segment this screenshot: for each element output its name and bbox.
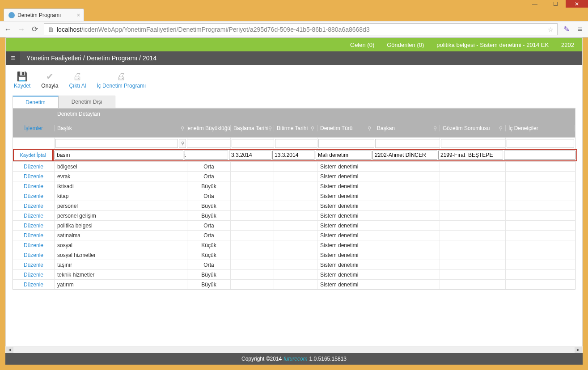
menu-icon[interactable]: ≡ <box>575 25 584 34</box>
cell-leader <box>374 181 440 191</box>
funnel-icon[interactable]: ⚲ <box>433 126 437 131</box>
edit-size-input[interactable] <box>185 151 228 160</box>
edit-link[interactable]: Düzenle <box>13 250 55 260</box>
cell-size: Orta <box>187 260 231 269</box>
cell-super <box>440 250 506 260</box>
cell-title: taşınır <box>55 260 187 269</box>
cell-title: kitap <box>55 191 187 201</box>
approve-button[interactable]: ✔ Onayla <box>41 71 58 89</box>
edit-link[interactable]: Düzenle <box>13 221 55 230</box>
tab-close-icon[interactable]: × <box>77 12 80 18</box>
cell-type: Sistem denetimi <box>317 162 374 171</box>
edit-link[interactable]: Düzenle <box>13 191 55 201</box>
edit-link[interactable]: Düzenle <box>13 211 55 220</box>
minimize-button[interactable]: — <box>525 0 545 8</box>
cell-size: Büyük <box>187 280 231 289</box>
edit-link[interactable]: Düzenle <box>13 181 55 191</box>
grid-edit-row: ▾ ▾ ▾ ▾ ▾ ▾ <box>53 149 577 161</box>
edit-start-input[interactable] <box>229 151 271 160</box>
filter-title-funnel[interactable]: ⚲ <box>179 139 186 148</box>
filter-intaud-input[interactable] <box>507 139 574 148</box>
cell-super <box>440 211 506 220</box>
edit-cancel-link[interactable]: İptal <box>37 152 46 158</box>
edit-link[interactable]: Düzenle <box>13 260 55 269</box>
tab-out-of-audit[interactable]: Denetim Dışı <box>59 96 115 108</box>
bookmark-icon[interactable]: ☆ <box>548 26 554 33</box>
edit-link[interactable]: Düzenle <box>13 231 55 240</box>
filter-end-input[interactable] <box>275 139 317 148</box>
cell-leader <box>374 280 440 289</box>
hdr-start[interactable]: Başlama Tarihi⚲ <box>231 125 274 131</box>
edit-save-link[interactable]: Kaydet <box>20 152 35 158</box>
filter-start-input[interactable] <box>232 139 274 148</box>
edit-type-input[interactable] <box>316 151 372 160</box>
hdr-type[interactable]: Denetim Türü⚲ <box>317 125 374 131</box>
filter-size-input[interactable] <box>187 139 231 148</box>
hdr-intaud[interactable]: İç Denetçiler <box>506 125 575 131</box>
hdr-size[interactable]: Denetim Büyüklüğü⚲ <box>187 125 231 131</box>
cell-super <box>440 221 506 230</box>
sent-link[interactable]: Gönderilen (0) <box>387 42 424 48</box>
filter-leader-input[interactable] <box>375 139 440 148</box>
cell-size: Büyük <box>187 270 231 279</box>
hdr-super[interactable]: Gözetim Sorumlusu⚲ <box>440 125 506 131</box>
browser-tab-title: Denetim Programı <box>17 12 61 18</box>
edit-title-input[interactable] <box>55 151 183 160</box>
cell-end <box>274 162 317 171</box>
maximize-button[interactable]: ☐ <box>545 0 566 8</box>
url-input[interactable]: 🗎 localhost/icdenWebApp/YonetimFaaliyetl… <box>44 23 558 35</box>
table-row: DüzenletaşınırOrtaSistem denetimi <box>13 260 575 269</box>
cell-leader <box>374 162 440 171</box>
cell-intaud <box>506 221 575 230</box>
grid-edit-row-wrap: Kaydet İptal ▾ ▾ ▾ ▾ ▾ ▾ <box>13 149 575 161</box>
funnel-icon[interactable]: ⚲ <box>499 126 503 131</box>
cell-super <box>440 162 506 171</box>
browser-tab[interactable]: Denetim Programı × <box>4 8 84 21</box>
cell-title: iktisadi <box>55 181 187 191</box>
funnel-icon[interactable]: ⚲ <box>268 126 272 131</box>
filter-super-input[interactable] <box>441 139 506 148</box>
back-icon[interactable]: ← <box>4 25 13 34</box>
internal-audit-button[interactable]: 🖨 İç Denetim Programı <box>97 71 146 89</box>
edit-end-input[interactable] <box>272 151 315 160</box>
cell-start <box>231 221 274 230</box>
edit-super-input[interactable] <box>438 151 503 160</box>
funnel-icon[interactable]: ⚲ <box>181 126 184 131</box>
edit-link[interactable]: Düzenle <box>13 270 55 279</box>
reload-icon[interactable]: ⟳ <box>30 25 39 34</box>
user-id-label: 2202 <box>561 42 574 48</box>
cell-size: Orta <box>187 221 231 230</box>
print-button[interactable]: 🖨 Çıktı Al <box>69 71 86 89</box>
edit-intaud-input[interactable] <box>504 151 575 160</box>
close-button[interactable]: ✕ <box>566 0 588 8</box>
funnel-icon[interactable]: ⚲ <box>368 126 371 131</box>
cell-size: Orta <box>187 162 231 171</box>
inbox-link[interactable]: Gelen (0) <box>350 42 374 48</box>
table-row: Düzenlepersonel gelişimBüyükSistem denet… <box>13 210 575 220</box>
cell-intaud <box>506 162 575 171</box>
forward-icon[interactable]: → <box>17 25 26 34</box>
filter-type-input[interactable] <box>318 139 374 148</box>
scroll-right-icon[interactable]: ► <box>575 347 582 353</box>
scroll-left-icon[interactable]: ◄ <box>6 347 13 353</box>
funnel-icon[interactable]: ⚲ <box>311 126 314 131</box>
edit-link[interactable]: Düzenle <box>13 201 55 210</box>
hamburger-icon[interactable]: ≡ <box>6 51 20 65</box>
table-row: Düzenlesosyal hizmetlerKüçükSistem denet… <box>13 250 575 260</box>
hdr-title[interactable]: Başlık⚲ <box>55 125 187 131</box>
tab-audit[interactable]: Denetim <box>13 96 59 108</box>
edit-link[interactable]: Düzenle <box>13 172 55 181</box>
cell-leader <box>374 260 440 269</box>
cell-type: Sistem denetimi <box>317 280 374 289</box>
filter-title-input[interactable] <box>55 139 178 148</box>
edit-link[interactable]: Düzenle <box>13 240 55 250</box>
horizontal-scrollbar[interactable]: ◄ ► <box>5 346 583 353</box>
save-button[interactable]: 💾 Kaydet <box>14 71 30 89</box>
extension-icon[interactable]: ✎ <box>562 25 571 34</box>
edit-link[interactable]: Düzenle <box>13 280 55 289</box>
cell-type: Sistem denetimi <box>317 221 374 230</box>
hdr-end[interactable]: Bitirme Tarihi⚲ <box>274 125 317 131</box>
edit-link[interactable]: Düzenle <box>13 162 55 171</box>
hdr-leader[interactable]: Başkan⚲ <box>374 125 440 131</box>
edit-leader-input[interactable] <box>372 151 437 160</box>
